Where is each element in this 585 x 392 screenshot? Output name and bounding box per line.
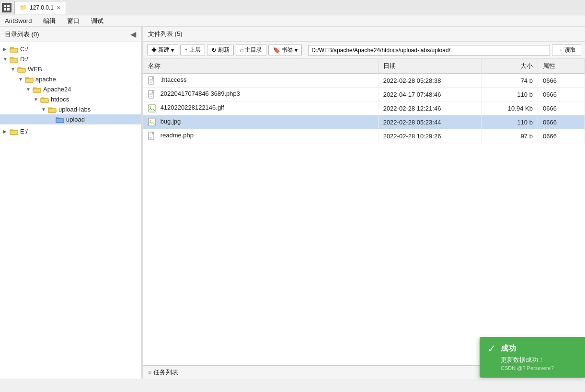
- up-icon: ↑: [184, 46, 188, 54]
- new-button[interactable]: ✚ 新建 ▾: [147, 44, 178, 56]
- table-row[interactable]: 4120220228122146.gif 2022-02-28 12:21:46…: [143, 101, 585, 115]
- bookmark-icon: 🔖: [273, 46, 280, 54]
- menu-debug[interactable]: 调试: [89, 16, 105, 26]
- tree-item-c[interactable]: ▶ C:/: [0, 44, 141, 54]
- toolbar: ✚ 新建 ▾ ↑ 上层 ↻ 刷新 ⌂ 主目录 🔖 书签 ▾: [143, 42, 585, 59]
- read-label: → 读取: [557, 46, 576, 53]
- connection-tab[interactable]: 📁 127.0.0.1 ✕: [14, 1, 66, 14]
- toast-message: 更新数据成功！: [501, 356, 554, 364]
- folder-icon-htdocs: [40, 96, 49, 103]
- toolbar-separator: [305, 45, 305, 56]
- file-type-icon: [148, 76, 156, 85]
- menu-bar: AntSword 编辑 窗口 调试: [0, 15, 585, 27]
- tab-folder-icon: 📁: [20, 4, 27, 11]
- collapse-button[interactable]: ◀: [130, 30, 136, 39]
- refresh-button[interactable]: ↻ 刷新: [207, 44, 234, 56]
- file-attr-cell: 0666: [538, 101, 585, 115]
- col-name: 名称: [143, 59, 378, 74]
- tree-label-upload: upload: [66, 116, 85, 123]
- tree-arrow-web: ▼: [11, 67, 17, 72]
- tree-label-apache24: Apache24: [43, 86, 71, 93]
- file-type-icon: [148, 118, 156, 126]
- menu-window[interactable]: 窗口: [65, 16, 81, 26]
- file-name-cell: </> readme.php: [143, 129, 378, 143]
- bookmark-button[interactable]: 🔖 书签 ▾: [268, 44, 302, 56]
- tree-item-e[interactable]: ▶ E:/: [0, 126, 141, 136]
- tree-item-apache24[interactable]: ▼ Apache24: [0, 84, 141, 94]
- file-list-header: 文件列表 (5): [143, 27, 585, 42]
- svg-rect-2: [4, 8, 6, 11]
- file-type-icon: [148, 90, 156, 99]
- tab-close-button[interactable]: ✕: [57, 5, 61, 11]
- col-date: 日期: [378, 59, 482, 74]
- refresh-label: 刷新: [218, 46, 229, 54]
- file-name: readme.php: [161, 132, 194, 139]
- tree-item-web[interactable]: ▼ WEB: [0, 64, 141, 74]
- tree-arrow-upload-labs: ▼: [41, 107, 48, 112]
- file-name: 4120220228122146.gif: [161, 104, 224, 111]
- file-name: .htaccess: [161, 76, 187, 83]
- tree-item-apache[interactable]: ▼ apache: [0, 74, 141, 84]
- table-row[interactable]: .htaccess 2022-02-28 05:28:38 74 b 0666: [143, 74, 585, 88]
- file-name: 20220417074846 3689.php3: [161, 90, 240, 97]
- tree-label-c: C:/: [20, 45, 28, 53]
- svg-rect-8: [149, 90, 154, 98]
- up-label: 上层: [189, 46, 201, 54]
- read-button[interactable]: → 读取: [552, 44, 581, 56]
- tree-label-d: D:/: [20, 56, 28, 63]
- up-button[interactable]: ↑ 上层: [180, 44, 205, 56]
- col-size: 大小: [482, 59, 538, 74]
- file-attr-cell: 0666: [538, 129, 585, 143]
- file-date: 2022-02-28 12:21:46: [383, 105, 441, 112]
- left-panel-header: 目录列表 (0) ◀: [0, 27, 141, 42]
- svg-point-15: [149, 120, 151, 122]
- task-list-label: ≡ 任务列表: [148, 368, 178, 377]
- tree-item-upload[interactable]: upload: [0, 114, 141, 124]
- folder-icon-apache: [25, 76, 34, 83]
- toast-check-icon: ✓: [487, 344, 496, 354]
- file-size: 74 b: [521, 77, 533, 84]
- folder-icon-web: [17, 66, 26, 73]
- home-button[interactable]: ⌂ 主目录: [236, 44, 267, 56]
- file-date-cell: 2022-02-28 05:23:44: [378, 115, 482, 129]
- file-name-cell: 20220417074846 3689.php3: [143, 88, 378, 101]
- tree-item-upload-labs[interactable]: ▼ upload-labs: [0, 104, 141, 114]
- path-input[interactable]: [308, 45, 550, 56]
- file-attr: 0666: [543, 119, 557, 126]
- file-attr: 0666: [543, 105, 557, 112]
- folder-icon-e: [10, 128, 18, 135]
- tree-label-web: WEB: [28, 66, 42, 73]
- file-size: 110 b: [517, 119, 533, 126]
- svg-rect-3: [7, 8, 10, 11]
- tree-arrow-e: ▶: [3, 129, 10, 134]
- title-bar: 📁 127.0.0.1 ✕: [0, 0, 585, 15]
- file-attr-cell: 0666: [538, 88, 585, 101]
- file-date: 2022-04-17 07:48:46: [383, 91, 441, 98]
- file-date: 2022-02-28 10:29:26: [383, 133, 441, 140]
- file-size-cell: 110 b: [482, 115, 538, 129]
- tree-label-upload-labs: upload-labs: [58, 106, 91, 113]
- tree-item-d[interactable]: ▼ D:/: [0, 54, 141, 64]
- left-panel: 目录列表 (0) ◀ ▶ C:/ ▼ D:/ ▼: [0, 27, 141, 379]
- svg-point-13: [149, 106, 151, 108]
- tree-arrow-htdocs: ▼: [34, 97, 40, 102]
- file-attr: 0666: [543, 91, 557, 98]
- svg-rect-4: [149, 77, 154, 84]
- new-icon: ✚: [151, 46, 157, 54]
- table-row[interactable]: bug.jpg 2022-02-28 05:23:44 110 b 0666: [143, 115, 585, 129]
- file-date: 2022-02-28 05:23:44: [383, 119, 441, 126]
- table-row[interactable]: 20220417074846 3689.php3 2022-04-17 07:4…: [143, 88, 585, 101]
- svg-rect-14: [149, 118, 155, 126]
- file-attr-cell: 0666: [538, 115, 585, 129]
- svg-rect-12: [149, 104, 155, 112]
- table-header-row: 名称 日期 大小 属性: [143, 59, 585, 74]
- tree-item-htdocs[interactable]: ▼ htdocs: [0, 94, 141, 104]
- folder-icon-apache24: [33, 86, 41, 93]
- file-name: bug.jpg: [161, 118, 181, 125]
- file-attr: 0666: [543, 77, 557, 84]
- file-attr: 0666: [543, 133, 557, 140]
- table-row[interactable]: </> readme.php 2022-02-28 10:29:26 97 b …: [143, 129, 585, 143]
- file-date-cell: 2022-02-28 12:21:46: [378, 101, 482, 115]
- menu-antsword[interactable]: AntSword: [3, 16, 34, 25]
- menu-edit[interactable]: 编辑: [41, 16, 57, 26]
